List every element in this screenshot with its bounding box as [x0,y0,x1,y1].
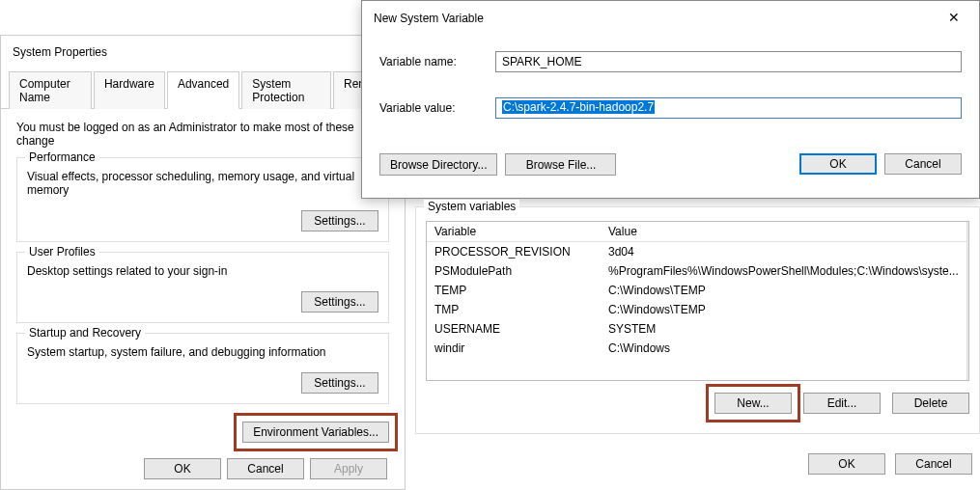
table-row[interactable]: TMP C:\Windows\TEMP [427,300,966,319]
close-icon[interactable]: ✕ [940,9,967,28]
tab-content: You must be logged on as an Administrato… [1,109,405,454]
newvar-ok-button[interactable]: OK [799,153,877,175]
newvar-cancel-button[interactable]: Cancel [884,153,962,175]
browse-directory-button[interactable]: Browse Directory... [379,153,497,176]
table-row[interactable]: USERNAME SYSTEM [427,319,966,339]
col-header-variable: Variable [434,225,608,238]
col-header-value: Value [608,225,959,238]
performance-title: Performance [25,150,99,164]
system-variables-panel: System variables Variable Value PROCESSO… [415,206,980,490]
table-row[interactable]: TEMP C:\Windows\TEMP [427,281,966,300]
new-system-variable-dialog: New System Variable ✕ Variable name: Var… [361,0,980,199]
scroll-down-icon[interactable]: ▼ [967,369,969,379]
scrollbar[interactable]: ▲ ▼ [966,222,969,380]
dialog-title: New System Variable [374,12,484,25]
envvars-ok-button[interactable]: OK [808,453,885,475]
scroll-up-icon[interactable]: ▲ [967,222,969,233]
sysprops-cancel-button[interactable]: Cancel [227,458,304,479]
profiles-title: User Profiles [25,245,99,259]
table-row[interactable]: PSModulePath %ProgramFiles%\WindowsPower… [427,261,966,281]
profiles-desc: Desktop settings related to your sign-in [27,264,378,278]
new-button[interactable]: New... [714,393,792,414]
environment-variables-button[interactable]: Environment Variables... [242,422,389,443]
sysprops-ok-button[interactable]: OK [144,458,221,479]
system-variables-group: System variables Variable Value PROCESSO… [415,206,980,434]
tab-hardware[interactable]: Hardware [94,71,165,109]
edit-button[interactable]: Edit... [803,393,881,414]
table-row[interactable]: PROCESSOR_REVISION 3d04 [427,242,966,261]
system-variables-list[interactable]: Variable Value PROCESSOR_REVISION 3d04 P… [426,221,969,381]
performance-desc: Visual effects, processor scheduling, me… [27,170,378,197]
variable-name-input[interactable] [495,51,962,72]
tab-strip: Computer Name Hardware Advanced System P… [1,70,405,109]
browse-file-button[interactable]: Browse File... [505,153,616,176]
performance-settings-button[interactable]: Settings... [301,210,378,231]
variable-value-input[interactable]: C:\spark-2.4.7-bin-hadoop2.7 [495,97,962,119]
tab-advanced[interactable]: Advanced [167,71,239,109]
admin-note: You must be logged on as an Administrato… [16,121,389,148]
sysprops-apply-button[interactable]: Apply [310,458,387,479]
tab-system-protection[interactable]: System Protection [241,71,331,109]
sysvars-group-title: System variables [424,200,519,213]
dialog-titlebar: New System Variable ✕ [362,1,979,32]
variable-name-label: Variable name: [379,55,495,68]
profiles-settings-button[interactable]: Settings... [301,291,378,313]
tab-computer-name[interactable]: Computer Name [9,71,92,109]
table-header: Variable Value [427,222,966,242]
system-properties-window: System Properties Computer Name Hardware… [0,35,406,490]
performance-group: Performance Visual effects, processor sc… [16,157,389,242]
startup-desc: System startup, system failure, and debu… [27,345,378,359]
delete-button[interactable]: Delete [892,393,969,414]
window-title: System Properties [1,36,405,65]
table-row[interactable]: windir C:\Windows [427,339,966,358]
startup-title: Startup and Recovery [25,326,145,340]
sysprops-bottom-buttons: OK Cancel Apply [144,458,387,479]
startup-group: Startup and Recovery System startup, sys… [16,333,389,404]
user-profiles-group: User Profiles Desktop settings related t… [16,252,389,323]
variable-value-label: Variable value: [379,101,495,115]
envvars-cancel-button[interactable]: Cancel [895,453,972,475]
startup-settings-button[interactable]: Settings... [301,372,378,394]
